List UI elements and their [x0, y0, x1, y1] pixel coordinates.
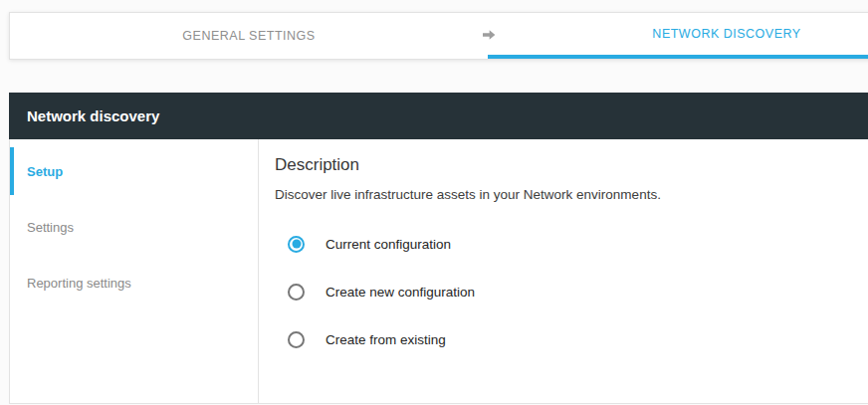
radio-unselected-icon[interactable] — [288, 331, 305, 348]
sidebar-item-reporting-settings-label: Reporting settings — [27, 276, 131, 291]
radio-option-label: Create new configuration — [326, 285, 475, 300]
radio-option-current-configuration[interactable]: Current configuration — [275, 220, 848, 268]
tab-general-settings[interactable]: GENERAL SETTINGS — [10, 13, 488, 59]
wizard-stepper: GENERAL SETTINGS NETWORK DISCOVERY — [9, 12, 868, 60]
tab-network-discovery[interactable]: NETWORK DISCOVERY — [488, 13, 868, 59]
sidebar-item-setup-label: Setup — [27, 164, 63, 179]
sidebar-item-reporting-settings[interactable]: Reporting settings — [10, 259, 258, 306]
section-description: Discover live infrastructure assets in y… — [275, 187, 848, 203]
tab-general-settings-label: GENERAL SETTINGS — [182, 29, 315, 43]
radio-selected-icon[interactable] — [288, 236, 305, 253]
radio-option-label: Current configuration — [326, 237, 451, 252]
section-header: Network discovery — [9, 93, 868, 139]
radio-option-create-new-configuration[interactable]: Create new configuration — [275, 268, 848, 315]
radio-option-create-from-existing[interactable]: Create from existing — [275, 315, 848, 363]
arrow-right-icon — [481, 13, 497, 57]
page-title: Network discovery — [27, 107, 159, 124]
main-content: Description Discover live infrastructure… — [259, 139, 868, 403]
section-title: Description — [275, 155, 848, 175]
radio-option-label: Create from existing — [326, 332, 446, 347]
sidebar-item-setup[interactable]: Setup — [10, 147, 258, 195]
configuration-radio-group: Current configuration Create new configu… — [275, 220, 848, 363]
sidebar-nav: Setup Settings Reporting settings — [10, 139, 259, 403]
radio-unselected-icon[interactable] — [288, 284, 305, 301]
sidebar-item-settings-label: Settings — [27, 220, 74, 235]
sidebar-item-settings[interactable]: Settings — [10, 203, 258, 251]
tab-network-discovery-label: NETWORK DISCOVERY — [652, 27, 800, 41]
content-panel: Setup Settings Reporting settings Descri… — [9, 139, 868, 404]
